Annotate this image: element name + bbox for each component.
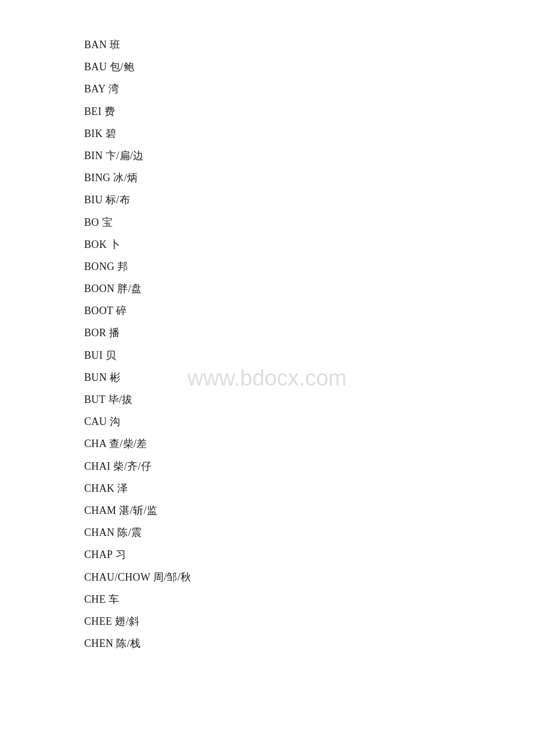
- list-item: CAU 沟: [84, 412, 534, 431]
- list-item: CHAI 柴/齐/仔: [84, 456, 534, 476]
- list-item: CHEE 翅/斜: [84, 611, 534, 631]
- list-item: CHAK 泽: [84, 478, 534, 498]
- list-item: CHEN 陈/栈: [84, 633, 534, 653]
- list-item: BUT 毕/拔: [84, 390, 534, 409]
- list-item: CHAN 陈/震: [84, 523, 534, 542]
- list-item: BIK 碧: [84, 124, 534, 143]
- list-item: BOR 播: [84, 323, 534, 343]
- list-item: CHAM 湛/斩/监: [84, 501, 534, 520]
- list-item: CHAU/CHOW 周/邹/秋: [84, 567, 534, 587]
- list-item: BOON 胖/盘: [84, 279, 534, 298]
- list-item: CHE 车: [84, 589, 534, 609]
- list-item: CHA 查/柴/差: [84, 434, 534, 453]
- list-item: BAU 包/鲍: [84, 57, 534, 77]
- list-item: BAY 湾: [84, 79, 534, 99]
- list-item: BUN 彬: [84, 368, 534, 387]
- list-item: BO 宝: [84, 213, 534, 232]
- list-item: BIU 标/布: [84, 190, 534, 210]
- list-item: BEI 费: [84, 102, 534, 121]
- content-area: BAN 班BAU 包/鲍BAY 湾BEI 费BIK 碧BIN 卞/扁/边BING…: [0, 0, 534, 690]
- list-item: BAN 班: [84, 35, 534, 55]
- list-item: BOOT 碎: [84, 301, 534, 321]
- list-item: BUI 贝: [84, 345, 534, 365]
- list-item: BIN 卞/扁/边: [84, 146, 534, 165]
- list-item: CHAP 习: [84, 545, 534, 564]
- list-item: BOK 卜: [84, 235, 534, 254]
- list-item: BING 冰/炳: [84, 168, 534, 188]
- list-item: BONG 邦: [84, 257, 534, 276]
